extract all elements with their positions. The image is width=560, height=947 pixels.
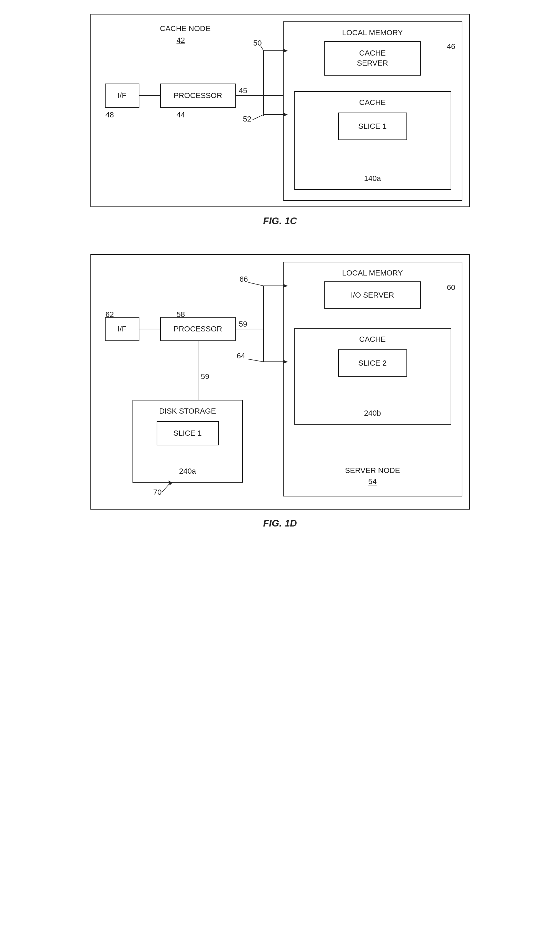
cache-server-label: CACHESERVER bbox=[357, 48, 388, 68]
svg-line-12 bbox=[252, 115, 264, 120]
io-server-box: I/O SERVER bbox=[324, 281, 421, 309]
svg-text:66: 66 bbox=[240, 275, 248, 284]
fig1d-inner: LOCAL MEMORY I/O SERVER 60 CACHE SLICE 2 bbox=[91, 255, 469, 509]
local-memory-label: LOCAL MEMORY bbox=[342, 28, 403, 37]
if-label: I/F bbox=[118, 91, 127, 101]
processor-box: PROCESSOR bbox=[160, 83, 236, 108]
fig1d-cache-label: CACHE bbox=[359, 335, 386, 344]
fig1d-if-label: I/F bbox=[118, 324, 127, 334]
slice2-label: SLICE 2 bbox=[358, 358, 387, 369]
io-server-label: I/O SERVER bbox=[351, 290, 394, 300]
fig1c-diagram: CACHE NODE 42 LOCAL MEMORY CACHESERVER 4… bbox=[91, 14, 470, 207]
fig1d-local-memory-label: LOCAL MEMORY bbox=[342, 268, 403, 278]
fig1c-caption: FIG. 1C bbox=[263, 216, 297, 227]
cache-node-label: CACHE NODE bbox=[160, 24, 211, 33]
if-box: I/F bbox=[105, 83, 139, 108]
fig1d-processor-box: PROCESSOR bbox=[160, 317, 236, 341]
cache-server-box: CACHESERVER bbox=[324, 41, 421, 76]
svg-line-21 bbox=[248, 282, 264, 286]
slice2-number: 240b bbox=[364, 409, 381, 418]
cache-node-number: 42 bbox=[177, 36, 185, 45]
svg-marker-13 bbox=[263, 113, 265, 117]
slice1-label: SLICE 1 bbox=[358, 122, 387, 131]
disk-slice1-box: SLICE 1 bbox=[157, 421, 219, 445]
server-node-label: SERVER NODE bbox=[345, 466, 400, 475]
server-node-number: 54 bbox=[368, 477, 377, 486]
if-number: 48 bbox=[106, 111, 114, 119]
slice1-number: 140a bbox=[364, 174, 381, 183]
processor-number: 44 bbox=[177, 111, 185, 119]
fig1d-processor-label: PROCESSOR bbox=[174, 324, 222, 334]
svg-line-10 bbox=[261, 46, 264, 51]
slice2-box: SLICE 2 bbox=[338, 349, 407, 377]
disk-storage-box: DISK STORAGE SLICE 1 240a bbox=[132, 400, 243, 483]
cache-server-number: 46 bbox=[447, 42, 455, 51]
fig1d-diagram: LOCAL MEMORY I/O SERVER 60 CACHE SLICE 2 bbox=[91, 254, 470, 510]
fig1d-if-number: 62 bbox=[106, 310, 114, 319]
svg-line-25 bbox=[248, 359, 264, 362]
cache-label: CACHE bbox=[359, 98, 386, 107]
fig1d-processor-number: 58 bbox=[177, 310, 185, 319]
figure-1c-block: CACHE NODE 42 LOCAL MEMORY CACHESERVER 4… bbox=[38, 14, 522, 227]
slice1-box: SLICE 1 bbox=[338, 113, 407, 140]
svg-text:45: 45 bbox=[239, 86, 247, 95]
page-wrapper: CACHE NODE 42 LOCAL MEMORY CACHESERVER 4… bbox=[38, 14, 522, 529]
fig1d-local-memory-box: LOCAL MEMORY I/O SERVER 60 CACHE SLICE 2 bbox=[283, 262, 462, 497]
svg-text:52: 52 bbox=[243, 115, 251, 123]
disk-slice1-label: SLICE 1 bbox=[174, 429, 202, 438]
fig1d-cache-box: CACHE SLICE 2 240b bbox=[294, 328, 451, 425]
fig1d-if-box: I/F bbox=[105, 317, 139, 341]
fig1d-caption: FIG. 1D bbox=[263, 518, 297, 529]
figure-1d-block: LOCAL MEMORY I/O SERVER 60 CACHE SLICE 2 bbox=[38, 254, 522, 529]
disk-storage-label: DISK STORAGE bbox=[159, 407, 216, 416]
svg-text:64: 64 bbox=[237, 352, 245, 360]
disk-slice1-number: 240a bbox=[179, 467, 196, 476]
processor-label: PROCESSOR bbox=[174, 91, 222, 101]
cache-box: CACHE SLICE 1 140a bbox=[294, 91, 451, 190]
local-memory-box: LOCAL MEMORY CACHESERVER 46 CACHE SLICE … bbox=[283, 22, 462, 201]
svg-text:50: 50 bbox=[253, 39, 262, 47]
io-server-number: 60 bbox=[447, 283, 455, 292]
fig1c-inner: CACHE NODE 42 LOCAL MEMORY CACHESERVER 4… bbox=[91, 14, 469, 207]
svg-line-30 bbox=[162, 483, 171, 492]
svg-text:70: 70 bbox=[153, 488, 162, 497]
svg-text:59: 59 bbox=[239, 320, 247, 329]
svg-text:59: 59 bbox=[201, 372, 209, 381]
